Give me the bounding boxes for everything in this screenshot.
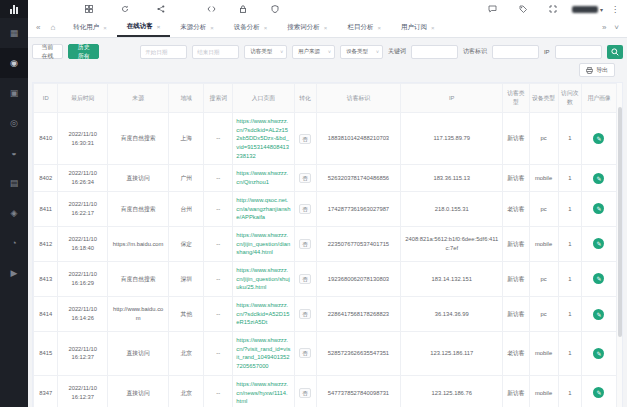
user-profile-edit-button[interactable]: ✎ [593, 348, 604, 359]
cell-source: 百度自然搜索 [108, 191, 169, 226]
tabs-scroll-left-icon[interactable]: « [34, 23, 42, 32]
tab-close-icon[interactable]: × [157, 24, 161, 30]
column-header: 搜索词 [204, 84, 233, 113]
scrollbar-thumb[interactable] [618, 107, 622, 337]
vertical-scrollbar[interactable] [617, 83, 622, 407]
cell-visit-count: 1 [558, 191, 581, 226]
cell-keyword: -- [204, 297, 233, 332]
shield-icon[interactable] [264, 2, 286, 16]
table-row: 8411 2022/11/1016:22:17 百度自然搜索 台州 -- htt… [34, 191, 617, 226]
current-online-button[interactable]: 当前在线 [32, 44, 63, 59]
more-vertical-icon[interactable]: ⋮ [611, 5, 619, 14]
code-icon[interactable] [200, 2, 222, 16]
tab-转化用户[interactable]: 转化用户× [63, 18, 117, 37]
tag-icon[interactable] [512, 2, 534, 16]
dashboard-icon: ▦ [10, 28, 19, 38]
converted-badge: 否 [299, 173, 311, 183]
home-icon[interactable]: ⌂ [46, 23, 59, 32]
column-header: 转化 [294, 84, 316, 113]
cell-id: 8415 [34, 332, 58, 376]
share-icon[interactable] [150, 2, 172, 16]
tab-close-icon[interactable]: × [103, 25, 107, 31]
visitor-id-input[interactable] [492, 45, 539, 59]
cell-device-type: mobile [529, 226, 558, 261]
sidebar-item-cloud-icon[interactable]: ◒ [0, 138, 28, 168]
sidebar-item-dashboard-icon[interactable]: ▦ [0, 18, 28, 48]
cell-visitor-id: 1883810142488210703 [316, 113, 401, 165]
chat-icon[interactable] [482, 2, 504, 16]
column-header: 访客标识 [316, 84, 401, 113]
cell-entry-page: https://www.shwzzz.cn/?sdclkid=A52D15eR1… [233, 297, 294, 332]
entry-page-link[interactable]: http://www.qsoc.net.cn/a/wangzhanjianshe… [236, 197, 290, 220]
end-date-input[interactable] [192, 45, 239, 59]
entry-page-link[interactable]: https://www.shwzzz.cn/?sdclkid=AL2z152sb… [236, 118, 289, 159]
tab-close-icon[interactable]: × [431, 25, 435, 31]
cell-converted: 否 [294, 191, 316, 226]
converted-badge: 否 [299, 239, 311, 249]
entry-page-link[interactable]: https://www.shwzzz.cn/?sdclkid=A52D15eR1… [236, 302, 289, 325]
entry-page-link[interactable]: https://www.shwzzz.cn/?visit_rand_id=vis… [236, 337, 290, 369]
cell-visitor-id: 5285723626635547351 [316, 332, 401, 376]
keyword-input[interactable] [411, 45, 458, 59]
search-button[interactable] [607, 45, 623, 59]
user-profile-edit-button[interactable]: ✎ [593, 238, 604, 249]
cell-user-profile: ✎ [581, 297, 616, 332]
tab-设备分析[interactable]: 设备分析× [224, 18, 278, 37]
history-icon: ◔ [11, 238, 16, 248]
sidebar-item-history-icon[interactable]: ◔ [0, 228, 28, 258]
sidebar-item-report-icon[interactable]: ▤ [0, 168, 28, 198]
sidebar-item-visitor-analytics-icon[interactable]: ◉ [0, 48, 28, 78]
tab-label: 转化用户 [73, 23, 99, 32]
pencil-icon: ✎ [596, 175, 601, 182]
user-profile-edit-button[interactable]: ✎ [593, 203, 604, 214]
user-profile-edit-button[interactable]: ✎ [593, 133, 604, 144]
tab-close-icon[interactable]: × [377, 25, 381, 31]
entry-page-link[interactable]: https://www.shwzzz.cn/news/hyxw/1114.htm… [236, 381, 288, 404]
sidebar-item-lock-icon[interactable]: ◈ [0, 198, 28, 228]
tab-在线访客[interactable]: 在线访客× [117, 18, 171, 37]
cell-last-time: 2022/11/1016:30:31 [58, 113, 108, 165]
cell-keyword: -- [204, 332, 233, 376]
tab-close-icon[interactable]: × [210, 25, 214, 31]
table-row: 8415 2022/11/1016:12:37 直接访问 北京 -- https… [34, 332, 617, 376]
ip-input[interactable] [555, 45, 602, 59]
device-type-value: 设备类型 [346, 48, 372, 55]
sidebar-item-target-icon[interactable]: ◎ [0, 108, 28, 138]
tab-来源分析[interactable]: 来源分析× [170, 18, 224, 37]
user-profile-edit-button[interactable]: ✎ [593, 173, 604, 184]
cell-ip: 2408:821a:5612:b1f0:6dee:5df6:411c:7ef [401, 226, 503, 261]
tab-搜索词分析[interactable]: 搜索词分析× [277, 18, 337, 37]
cell-visit-count: 1 [558, 113, 581, 165]
export-button[interactable]: 导出 [579, 63, 615, 77]
tab-用户订阅[interactable]: 用户订阅× [391, 18, 445, 37]
lock-icon[interactable] [232, 2, 254, 16]
cell-region: 保定 [169, 226, 204, 261]
entry-page-link[interactable]: https://www.shwzzz.cn/jijin_question/dia… [236, 232, 290, 255]
fullscreen-icon[interactable] [542, 2, 564, 16]
entry-page-link[interactable]: https://www.shwzzz.cn/Qinzhou1 [236, 170, 288, 185]
user-profile-edit-button[interactable]: ✎ [593, 387, 604, 398]
tab-close-icon[interactable]: × [264, 25, 268, 31]
tab-栏目分析[interactable]: 栏目分析× [337, 18, 391, 37]
cell-visitor-type: 新访客 [503, 226, 529, 261]
cell-last-time: 2022/11/1016:22:17 [58, 191, 108, 226]
sidebar-item-gallery-icon[interactable]: ▣ [0, 78, 28, 108]
user-profile-edit-button[interactable]: ✎ [593, 273, 604, 284]
entry-page-link[interactable]: https://www.shwzzz.cn/jijin_question/shu… [236, 267, 290, 290]
refresh-icon[interactable] [114, 2, 136, 16]
device-type-select[interactable]: 设备类型˅ [340, 45, 383, 59]
tab-label: 设备分析 [234, 23, 260, 32]
tabs-scroll-right-icon[interactable]: » [600, 23, 608, 32]
tabs-menu-icon[interactable]: ˅ [612, 23, 621, 32]
user-source-select[interactable]: 用户来源˅ [292, 45, 335, 59]
start-date-input[interactable] [140, 45, 187, 59]
tab-close-icon[interactable]: × [324, 25, 328, 31]
grid-icon[interactable] [78, 2, 100, 16]
sidebar-item-send-icon[interactable]: ▶ [0, 258, 28, 288]
cell-region: 北京 [169, 332, 204, 376]
cell-ip: 218.0.155.31 [401, 191, 503, 226]
visitor-type-select[interactable]: 访客类型˅ [244, 45, 287, 59]
user-menu[interactable]: ▾ [572, 6, 603, 13]
history-all-button[interactable]: 历史所有 [68, 44, 99, 59]
user-profile-edit-button[interactable]: ✎ [593, 309, 604, 320]
